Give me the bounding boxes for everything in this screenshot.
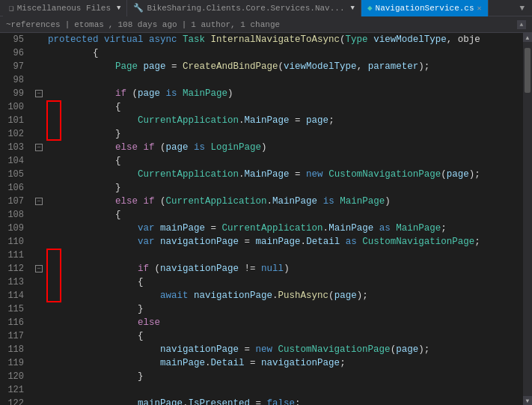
code-plain-99a — [48, 87, 115, 100]
code-plain-99c: ) — [227, 87, 233, 100]
time-text: 108 days ago — [117, 20, 177, 29]
code-plain-101b: . — [239, 114, 245, 127]
code-line-98 — [45, 73, 523, 87]
code-plain-105e: ); — [469, 168, 480, 181]
code-line-116: else — [45, 316, 523, 329]
code-line-117: { — [45, 329, 523, 343]
code-param-mp119: mainPage — [160, 356, 205, 370]
code-param-np110: navigationPage — [160, 235, 239, 249]
gutter-122 — [33, 397, 45, 405]
code-type-loginpage: LoginPage — [211, 141, 262, 154]
nav-icon: 🔧 — [133, 3, 144, 13]
ln-98: 98 — [0, 73, 28, 87]
code-param-mp122: mainPage — [138, 397, 183, 405]
code-plain-109c: . — [323, 222, 329, 235]
code-plain-114d: ); — [357, 289, 368, 302]
scrollbar-top-btn[interactable]: ▲ — [517, 20, 526, 29]
code-line-95: protected virtual async Task InternalNav… — [45, 33, 523, 46]
code-plain-122a — [48, 397, 138, 405]
ln-114: 114 — [0, 289, 28, 302]
tab-navservice[interactable]: ◆ NavigationService.cs ✕ — [361, 0, 489, 16]
ln-118: 118 — [0, 343, 28, 356]
code-kw-new105: new — [306, 168, 328, 181]
code-kw-if112: if — [138, 262, 155, 275]
code-param-detail110: Detail — [306, 235, 346, 249]
scrollbar-up-arrow[interactable]: ▲ — [523, 33, 532, 42]
code-type-mainpage109t: MainPage — [396, 222, 441, 235]
author-text: etomas — [74, 20, 104, 29]
gutter-112[interactable]: − — [33, 262, 45, 275]
code-param-mp105: MainPage — [245, 168, 290, 181]
code-line-112: if (navigationPage != null) — [45, 262, 523, 275]
code-line-115: } — [45, 302, 523, 316]
code-line-96: { — [45, 46, 523, 60]
code-kw-if107: if — [144, 195, 161, 208]
gutter-117 — [33, 329, 45, 343]
code-line-121 — [45, 383, 523, 397]
collapse-gutter: − − − − — [33, 33, 45, 405]
code-plain-107d: ) — [385, 195, 391, 208]
code-plain-122d: ; — [295, 397, 301, 405]
gutter-107[interactable]: − — [33, 195, 45, 208]
code-line-120: } — [45, 370, 523, 383]
code-plain-101a — [48, 114, 138, 127]
tab-nav[interactable]: 🔧 BikeSharing.Clients.Core.Services.Nav.… — [127, 0, 361, 16]
code-type-task: Task — [183, 33, 211, 46]
code-line-110: var navigationPage = mainPage.Detail as … — [45, 235, 523, 249]
code-line-106: } — [45, 181, 523, 195]
code-plain-119c: = — [245, 356, 262, 370]
code-plain-95b: , obje — [447, 33, 480, 46]
gutter-99[interactable]: − — [33, 87, 45, 100]
code-line-109: var mainPage = CurrentApplication.MainPa… — [45, 222, 523, 235]
code-param-vmt: viewModelType — [373, 33, 447, 46]
code-plain-113: { — [48, 275, 144, 289]
code-plain-112c: != — [239, 262, 261, 275]
scrollbar[interactable]: ▲ ▼ — [523, 33, 532, 405]
code-type-currentapp101: CurrentApplication — [138, 114, 239, 127]
code-type-cnp105: CustomNavigationPage — [328, 168, 441, 181]
code-plain-97d: , — [357, 60, 368, 73]
code-plain-95a: ( — [340, 33, 346, 46]
gutter-108 — [33, 208, 45, 222]
code-kw-if103: if — [144, 141, 161, 154]
code-line-97: Page page = CreateAndBindPage(viewModelT… — [45, 60, 523, 73]
gutter-110 — [33, 235, 45, 249]
gutter-119 — [33, 356, 45, 370]
dropdown-icon[interactable]: ▼ — [515, 4, 529, 13]
code-plain-105c: = — [290, 168, 307, 181]
ln-95: 95 — [0, 33, 28, 46]
ln-117: 117 — [0, 329, 28, 343]
code-plain-117: { — [48, 329, 144, 343]
gutter-102 — [33, 127, 45, 141]
gutter-118 — [33, 343, 45, 356]
code-plain-109d: ; — [441, 222, 447, 235]
code-plain-105b: . — [239, 168, 245, 181]
tab-misc-label: Miscellaneous Files — [17, 4, 111, 13]
code-plain-119d: ; — [340, 356, 346, 370]
code-plain-115: } — [48, 302, 144, 316]
close-tab-icon[interactable]: ✕ — [477, 4, 482, 13]
code-plain-110b: = — [239, 235, 256, 249]
gutter-103[interactable]: − — [33, 141, 45, 154]
scrollbar-thumb[interactable] — [525, 48, 531, 93]
tab-nav-label: BikeSharing.Clients.Core.Services.Nav... — [147, 4, 344, 13]
code-plain-104: { — [48, 154, 121, 168]
code-plain-100: { — [48, 100, 121, 114]
code-type-ca107: CurrentApplication — [166, 195, 267, 208]
code-plain-122c: = — [250, 397, 267, 405]
scrollbar-down-arrow[interactable]: ▼ — [523, 396, 532, 405]
gutter-111 — [33, 249, 45, 262]
ln-116: 116 — [0, 316, 28, 329]
code-line-108: { — [45, 208, 523, 222]
code-kw-await114: await — [160, 289, 194, 302]
code-param-mp110: mainPage — [256, 235, 301, 249]
ln-111: 111 — [0, 249, 28, 262]
tab-misc[interactable]: ❑ Miscellaneous Files ▼ — [3, 0, 127, 16]
code-plain-107c: . — [267, 195, 273, 208]
ln-107: 107 — [0, 195, 28, 208]
code-line-111 — [45, 249, 523, 262]
code-param-page97: page — [144, 60, 166, 73]
info-bar: ~references | etomas , 108 days ago | 1 … — [0, 16, 532, 33]
code-plain-120: } — [48, 370, 144, 383]
code-kw-new118: new — [256, 343, 278, 356]
